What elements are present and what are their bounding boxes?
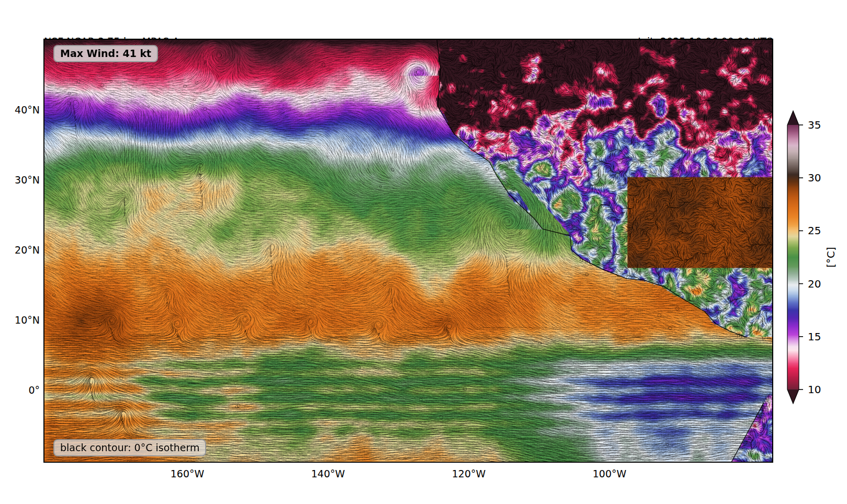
y-tick-label: 0° [0,384,40,396]
y-tick-label: 30°N [0,174,40,186]
colorbar-unit-label: [°C] [825,242,837,273]
y-tick-label: 10°N [0,314,40,326]
y-tick-label: 20°N [0,244,40,256]
max-wind-badge: Max Wind: 41 kt [53,45,158,62]
colorbar-tick-label: 35 [808,119,832,131]
colorbar-canvas [787,110,805,406]
map-plot-frame: Max Wind: 41 kt black contour: 0°C isoth… [44,39,773,462]
x-tick-label: 100°W [581,468,638,479]
x-tick-label: 160°W [159,468,216,479]
colorbar-tick-label: 20 [808,278,832,290]
x-tick-label: 140°W [299,468,357,479]
colorbar-tick-label: 30 [808,171,832,184]
colorbar-tick-label: 25 [808,224,832,237]
isotherm-badge: black contour: 0°C isotherm [53,439,206,456]
colorbar-tick-label: 15 [808,330,832,343]
colorbar-tick-label: 10 [808,383,832,396]
x-tick-label: 120°W [440,468,498,479]
map-canvas [44,39,773,462]
weather-map-page: { "header": { "model_line": "NSF NCAR 3.… [0,0,847,504]
y-tick-label: 40°N [0,104,40,116]
